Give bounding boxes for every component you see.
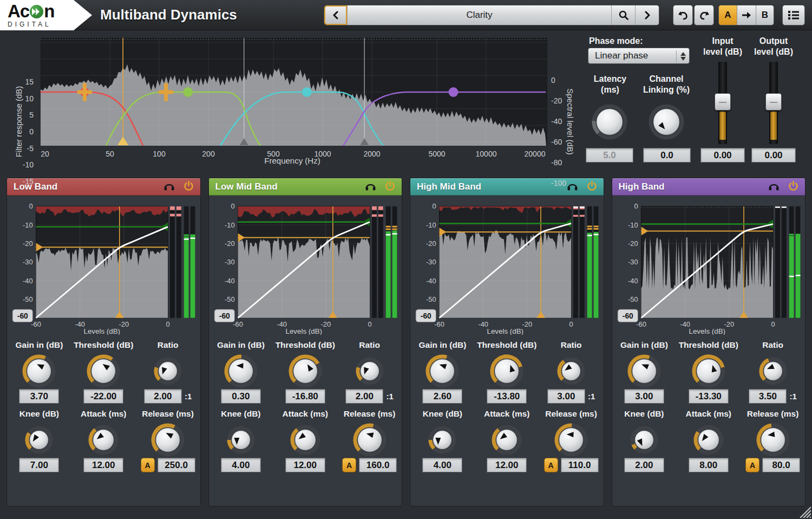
knee-knob[interactable] — [25, 422, 53, 458]
knee-knob[interactable] — [630, 422, 658, 458]
headphones-solo-icon[interactable] — [567, 181, 578, 193]
input-level-value[interactable]: 0.00 — [700, 148, 745, 163]
preset-previous-button[interactable] — [324, 5, 347, 25]
threshold-knob[interactable] — [289, 353, 322, 389]
power-toggle-icon[interactable] — [788, 181, 798, 193]
input-level-slider[interactable] — [715, 62, 731, 144]
svg-text:0: 0 — [368, 320, 371, 328]
knee-value[interactable]: 4.00 — [221, 458, 261, 472]
gain-knob[interactable] — [224, 353, 258, 389]
threshold-value[interactable]: -13.80 — [487, 389, 527, 404]
ratio-knob[interactable] — [154, 353, 182, 389]
logo-text: Ac — [8, 2, 29, 20]
slider-fill — [719, 112, 726, 140]
knee-value[interactable]: 2.00 — [624, 458, 664, 472]
attack-knob[interactable] — [290, 422, 320, 458]
redo-button[interactable] — [694, 5, 714, 25]
gain-knob[interactable] — [425, 353, 459, 389]
preset-search-button[interactable] — [611, 5, 635, 25]
knee-knob[interactable] — [227, 422, 255, 458]
copy-a-to-b-button[interactable] — [737, 5, 756, 25]
gain-knob[interactable] — [22, 353, 56, 389]
latency-knob[interactable] — [592, 104, 627, 142]
power-toggle-icon[interactable] — [385, 181, 395, 193]
band-dot-handle[interactable] — [448, 87, 458, 97]
auto-release-toggle[interactable]: A — [141, 458, 155, 472]
phase-mode-dropdown[interactable]: Linear phase — [588, 48, 690, 64]
frequency-response-plot[interactable] — [41, 38, 547, 146]
release-knob[interactable] — [756, 422, 790, 458]
attack-knob[interactable] — [492, 422, 522, 458]
axis-min-button[interactable]: -60 — [416, 309, 436, 322]
threshold-value[interactable]: -16.80 — [285, 389, 325, 404]
headphones-solo-icon[interactable] — [365, 181, 376, 193]
release-value[interactable]: 160.0 — [359, 458, 397, 472]
attack-value[interactable]: 12.00 — [83, 458, 123, 472]
auto-release-toggle[interactable]: A — [342, 458, 356, 472]
attack-value[interactable]: 12.00 — [285, 458, 325, 472]
ratio-value[interactable]: 2.00 — [144, 389, 182, 404]
menu-button[interactable] — [782, 5, 805, 25]
headphones-solo-icon[interactable] — [768, 181, 780, 193]
auto-release-toggle[interactable]: A — [745, 458, 759, 472]
axis-min-button[interactable]: -60 — [214, 309, 234, 322]
attack-knob[interactable] — [88, 422, 119, 458]
release-value[interactable]: 110.0 — [561, 458, 599, 472]
band-transfer-graph[interactable]: 0-10-20-30-40-50-60-40-200Levels (dB)-60 — [617, 200, 801, 335]
gain-value[interactable]: 0.30 — [221, 389, 261, 404]
band-dot-handle[interactable] — [302, 87, 312, 97]
svg-text:-50: -50 — [225, 295, 235, 303]
ratio-value[interactable]: 3.00 — [547, 389, 585, 404]
gain-value[interactable]: 2.60 — [422, 389, 462, 404]
knee-knob[interactable] — [428, 422, 456, 458]
output-level-slider[interactable] — [765, 62, 782, 144]
band-transfer-graph[interactable]: 0-10-20-30-40-50-60-40-200Levels (dB)-60 — [213, 200, 398, 335]
ratio-knob[interactable] — [557, 353, 585, 389]
attack-knob[interactable] — [693, 422, 724, 458]
release-knob[interactable] — [353, 422, 387, 458]
gain-knob[interactable] — [627, 353, 661, 389]
preset-name-field[interactable]: Clarity — [347, 5, 611, 25]
resize-grip[interactable] — [797, 504, 811, 518]
channel-linking-knob[interactable] — [649, 104, 684, 142]
release-value[interactable]: 250.0 — [158, 458, 195, 472]
axis-min-button[interactable]: -60 — [617, 309, 638, 322]
power-toggle-icon[interactable] — [587, 181, 597, 193]
axis-min-button[interactable]: -60 — [12, 309, 33, 322]
band-transfer-graph[interactable]: 0-10-20-30-40-50-60-40-200Levels (dB)-60 — [11, 200, 196, 335]
gain-value[interactable]: 3.70 — [19, 389, 59, 404]
ratio-knob[interactable] — [356, 353, 384, 389]
ratio-value[interactable]: 3.50 — [749, 389, 787, 404]
gain-label: Gain in (dB) — [16, 340, 63, 353]
band-dot-handle[interactable] — [183, 87, 193, 97]
attack-value[interactable]: 8.00 — [689, 458, 729, 472]
preset-next-button[interactable] — [635, 5, 659, 25]
ratio-suffix: :1 — [588, 392, 595, 401]
preset-b-button[interactable]: B — [756, 5, 774, 25]
auto-release-toggle[interactable]: A — [544, 458, 558, 472]
output-level-value[interactable]: 0.00 — [751, 148, 796, 163]
ratio-value[interactable]: 2.00 — [345, 389, 383, 404]
band-transfer-graph[interactable]: 0-10-20-30-40-50-60-40-200Levels (dB)-60 — [415, 200, 599, 335]
power-toggle-icon[interactable] — [184, 181, 194, 193]
knee-value[interactable]: 4.00 — [422, 458, 462, 472]
threshold-knob[interactable] — [87, 353, 120, 389]
slider-handle[interactable] — [765, 93, 782, 111]
threshold-knob[interactable] — [490, 353, 523, 389]
release-knob[interactable] — [151, 422, 185, 458]
channel-linking-value[interactable]: 0.0 — [643, 148, 691, 163]
threshold-value[interactable]: -22.00 — [83, 389, 123, 404]
attack-value[interactable]: 12.00 — [487, 458, 527, 472]
knee-value[interactable]: 7.00 — [19, 458, 59, 472]
preset-a-button[interactable]: A — [719, 5, 737, 25]
threshold-knob[interactable] — [692, 353, 725, 389]
release-knob[interactable] — [554, 422, 588, 458]
threshold-value[interactable]: -13.30 — [689, 389, 729, 404]
svg-text:-20: -20 — [628, 239, 638, 248]
ratio-knob[interactable] — [759, 353, 787, 389]
release-value[interactable]: 80.0 — [762, 458, 800, 472]
headphones-solo-icon[interactable] — [163, 181, 175, 193]
undo-button[interactable] — [673, 5, 693, 25]
slider-handle[interactable] — [715, 93, 731, 111]
gain-value[interactable]: 3.00 — [624, 389, 664, 404]
